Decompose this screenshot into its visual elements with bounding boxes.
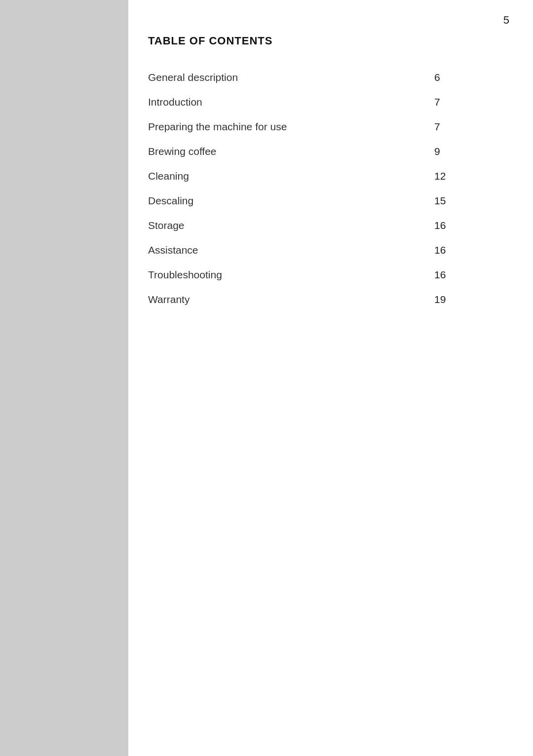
toc-row: Storage16 (148, 213, 494, 238)
toc-entry-title: General description (148, 65, 424, 90)
toc-entry-page: 6 (424, 65, 494, 90)
toc-row: Introduction7 (148, 90, 494, 114)
toc-row: Descaling15 (148, 189, 494, 213)
toc-entry-title: Troubleshooting (148, 263, 424, 287)
toc-row: General description6 (148, 65, 494, 90)
toc-entry-title: Storage (148, 213, 424, 238)
toc-row: Troubleshooting16 (148, 263, 494, 287)
toc-entry-title: Assistance (148, 238, 424, 263)
toc-entry-title: Warranty (148, 287, 424, 312)
toc-entry-page: 19 (424, 287, 494, 312)
toc-entry-page: 9 (424, 139, 494, 164)
page-number: 5 (503, 14, 509, 27)
toc-title: TABLE OF CONTENTS (148, 35, 494, 47)
toc-table: General description6Introduction7Prepari… (148, 65, 494, 312)
toc-row: Brewing coffee9 (148, 139, 494, 164)
toc-row: Assistance16 (148, 238, 494, 263)
toc-entry-title: Preparing the machine for use (148, 114, 424, 139)
content-area: TABLE OF CONTENTS General description6In… (148, 35, 494, 312)
toc-entry-page: 15 (424, 189, 494, 213)
toc-row: Cleaning12 (148, 164, 494, 189)
toc-entry-page: 7 (424, 114, 494, 139)
toc-entry-page: 16 (424, 238, 494, 263)
toc-entry-title: Introduction (148, 90, 424, 114)
toc-entry-title: Descaling (148, 189, 424, 213)
toc-entry-page: 16 (424, 263, 494, 287)
toc-entry-page: 16 (424, 213, 494, 238)
toc-entry-title: Brewing coffee (148, 139, 424, 164)
sidebar-panel (0, 0, 128, 756)
toc-row: Warranty19 (148, 287, 494, 312)
toc-row: Preparing the machine for use7 (148, 114, 494, 139)
toc-entry-page: 12 (424, 164, 494, 189)
toc-entry-title: Cleaning (148, 164, 424, 189)
toc-entry-page: 7 (424, 90, 494, 114)
